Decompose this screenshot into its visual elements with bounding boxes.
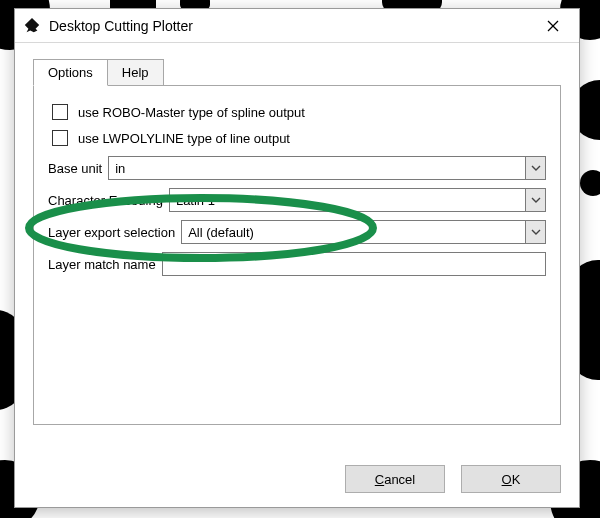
checkbox-robo-master[interactable]: use ROBO-Master type of spline output bbox=[52, 104, 546, 120]
checkbox-lwpolyline[interactable]: use LWPOLYLINE type of line output bbox=[52, 130, 546, 146]
layer-match-label: Layer match name bbox=[48, 257, 156, 272]
dialog-window: Desktop Cutting Plotter Options Help use… bbox=[14, 8, 580, 508]
checkbox-label: use LWPOLYLINE type of line output bbox=[78, 131, 290, 146]
tabpanel-options: use ROBO-Master type of spline output us… bbox=[33, 85, 561, 425]
tab-help[interactable]: Help bbox=[107, 59, 164, 86]
encoding-select[interactable]: Latin 1 bbox=[169, 188, 546, 212]
select-value: Latin 1 bbox=[170, 193, 525, 208]
layer-match-row: Layer match name bbox=[48, 252, 546, 276]
base-unit-row: Base unit in bbox=[48, 156, 546, 180]
encoding-row: Character Encoding Latin 1 bbox=[48, 188, 546, 212]
tab-options[interactable]: Options bbox=[33, 59, 108, 86]
dialog-content: Options Help use ROBO-Master type of spl… bbox=[15, 43, 579, 453]
close-icon bbox=[547, 20, 559, 32]
layer-export-select[interactable]: All (default) bbox=[181, 220, 546, 244]
checkbox-label: use ROBO-Master type of spline output bbox=[78, 105, 305, 120]
chevron-down-icon bbox=[525, 221, 545, 243]
layer-export-row: Layer export selection All (default) bbox=[48, 220, 546, 244]
chevron-down-icon bbox=[525, 157, 545, 179]
mnemonic-letter: C bbox=[375, 472, 384, 487]
dialog-buttons: Cancel OK bbox=[15, 453, 579, 507]
base-unit-label: Base unit bbox=[48, 161, 102, 176]
window-title: Desktop Cutting Plotter bbox=[49, 18, 531, 34]
layer-export-label: Layer export selection bbox=[48, 225, 175, 240]
ok-button[interactable]: OK bbox=[461, 465, 561, 493]
button-label-rest: K bbox=[512, 472, 521, 487]
button-label-rest: ancel bbox=[384, 472, 415, 487]
mnemonic-letter: O bbox=[502, 472, 512, 487]
close-button[interactable] bbox=[531, 11, 575, 41]
base-unit-select[interactable]: in bbox=[108, 156, 546, 180]
cancel-button[interactable]: Cancel bbox=[345, 465, 445, 493]
checkbox-box bbox=[52, 104, 68, 120]
titlebar: Desktop Cutting Plotter bbox=[15, 9, 579, 43]
select-value: in bbox=[109, 161, 525, 176]
select-value: All (default) bbox=[182, 225, 525, 240]
inkscape-icon bbox=[23, 17, 41, 35]
tab-bar: Options Help bbox=[33, 59, 561, 86]
encoding-label: Character Encoding bbox=[48, 193, 163, 208]
layer-match-input[interactable] bbox=[162, 252, 546, 276]
checkbox-box bbox=[52, 130, 68, 146]
chevron-down-icon bbox=[525, 189, 545, 211]
bg-blob bbox=[580, 170, 600, 196]
